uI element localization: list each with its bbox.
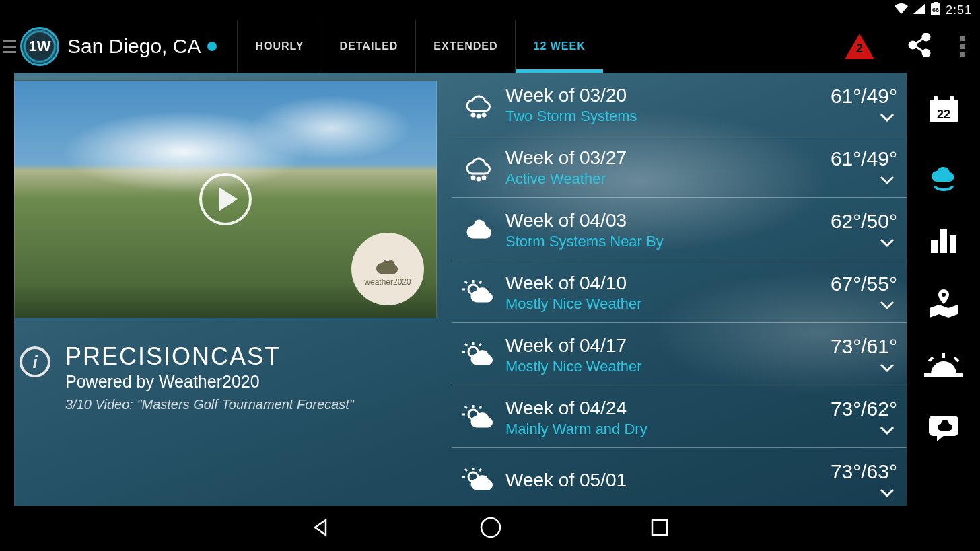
svg-text:22: 22 xyxy=(936,108,950,121)
chevron-down-icon xyxy=(831,113,895,125)
weather-icon xyxy=(452,279,505,307)
forecast-list[interactable]: Week of 03/20Two Storm Systems61°/49°Wee… xyxy=(452,73,907,506)
week-title: Week of 03/20 xyxy=(505,85,831,106)
svg-rect-42 xyxy=(940,229,947,253)
forecast-row[interactable]: Week of 04/10Mostly Nice Weather67°/55° xyxy=(452,260,907,323)
location-indicator-icon xyxy=(207,42,217,51)
forecast-row[interactable]: Week of 05/0173°/63° xyxy=(452,448,907,506)
forecast-row[interactable]: Week of 03/20Two Storm Systems61°/49° xyxy=(452,73,907,135)
svg-line-24 xyxy=(465,344,467,346)
chevron-down-icon xyxy=(831,363,895,375)
android-status-bar: 66 2:51 xyxy=(0,0,980,20)
alerts-button[interactable]: 2 xyxy=(845,34,874,59)
svg-point-3 xyxy=(923,34,930,40)
weather-icon xyxy=(452,216,505,244)
share-button[interactable] xyxy=(908,33,931,60)
info-description: 3/10 Video: "Masters Golf Tournament For… xyxy=(65,397,354,412)
calendar-button[interactable]: 22 xyxy=(927,94,960,128)
tab-12week[interactable]: 12 WEEK xyxy=(515,20,602,73)
svg-rect-38 xyxy=(934,96,938,102)
info-icon[interactable]: i xyxy=(20,346,50,377)
info-subtitle: Powered by Weather2020 xyxy=(65,372,354,392)
globe-weather-button[interactable] xyxy=(928,160,959,195)
tab-detailed[interactable]: DETAILED xyxy=(322,20,416,73)
svg-rect-1 xyxy=(934,2,938,4)
svg-line-29 xyxy=(465,406,467,408)
location-selector[interactable]: San Diego, CA xyxy=(67,35,217,58)
svg-point-11 xyxy=(477,115,480,118)
svg-line-7 xyxy=(915,46,923,52)
week-title: Week of 04/10 xyxy=(505,272,831,294)
forecast-row[interactable]: Week of 03/27Active Weather61°/49° xyxy=(452,135,907,198)
main-content: weather2020 i PRECISIONCAST Powered by W… xyxy=(14,73,907,506)
svg-rect-48 xyxy=(953,357,958,362)
week-subtitle: Two Storm Systems xyxy=(505,108,831,125)
left-column: weather2020 i PRECISIONCAST Powered by W… xyxy=(14,73,438,506)
location-label: San Diego, CA xyxy=(67,35,201,58)
forecast-row[interactable]: Week of 04/17Mostly Nice Weather73°/61° xyxy=(452,323,907,385)
android-nav-bar xyxy=(0,506,980,551)
chevron-down-icon xyxy=(831,238,895,250)
week-temps: 61°/49° xyxy=(831,85,897,108)
svg-point-10 xyxy=(472,114,475,116)
alert-count: 2 xyxy=(855,42,864,56)
week-temps: 61°/49° xyxy=(831,147,897,170)
week-title: Week of 05/01 xyxy=(505,470,831,491)
wifi-icon xyxy=(895,3,908,17)
week-temps: 73°/61° xyxy=(831,335,897,358)
info-title: PRECISIONCAST xyxy=(65,342,354,371)
chevron-down-icon xyxy=(831,426,895,438)
svg-line-30 xyxy=(479,406,481,408)
svg-point-12 xyxy=(483,114,485,116)
svg-rect-41 xyxy=(931,240,938,253)
graphs-button[interactable] xyxy=(930,227,958,256)
tab-extended[interactable]: EXTENDED xyxy=(415,20,515,73)
app-header: 1W San Diego, CA HOURLY DETAILED EXTENDE… xyxy=(0,20,980,73)
week-temps: 73°/62° xyxy=(831,398,897,420)
overflow-menu-button[interactable] xyxy=(960,36,965,57)
weather-icon xyxy=(452,341,505,369)
svg-line-34 xyxy=(465,469,467,471)
svg-rect-51 xyxy=(652,520,667,535)
week-temps: 67°/55° xyxy=(831,272,897,295)
svg-rect-47 xyxy=(928,357,933,362)
svg-rect-9 xyxy=(386,257,389,261)
week-title: Week of 04/17 xyxy=(505,335,831,357)
home-button[interactable] xyxy=(479,516,502,542)
weather-icon xyxy=(452,466,505,494)
back-button[interactable] xyxy=(311,517,331,540)
chevron-down-icon xyxy=(831,176,895,188)
week-subtitle: Mostly Nice Weather xyxy=(505,295,831,313)
week-title: Week of 03/27 xyxy=(505,147,831,169)
week-subtitle: Storm Systems Near By xyxy=(505,233,831,250)
svg-point-50 xyxy=(481,518,500,537)
badge-label: weather2020 xyxy=(364,277,411,287)
week-title: Week of 04/03 xyxy=(505,210,831,231)
comment-button[interactable] xyxy=(928,414,960,445)
weather-icon xyxy=(452,404,505,432)
precisioncast-info: i PRECISIONCAST Powered by Weather2020 3… xyxy=(20,342,438,412)
week-subtitle: Mostly Nice Weather xyxy=(505,358,831,375)
map-button[interactable] xyxy=(927,288,960,320)
forecast-row[interactable]: Week of 04/03Storm Systems Near By62°/50… xyxy=(452,198,907,260)
svg-line-25 xyxy=(479,344,481,346)
app-logo[interactable]: 1W xyxy=(20,27,59,66)
svg-line-19 xyxy=(465,281,467,283)
svg-line-20 xyxy=(479,281,481,283)
week-temps: 62°/50° xyxy=(831,210,897,233)
sunrise-button[interactable] xyxy=(923,353,965,382)
svg-rect-39 xyxy=(950,96,954,102)
signal-icon xyxy=(913,3,925,17)
forecast-row[interactable]: Week of 04/24Mainly Warm and Dry73°/62° xyxy=(452,385,907,448)
weather2020-badge: weather2020 xyxy=(351,233,424,305)
chevron-down-icon xyxy=(831,301,895,313)
svg-point-13 xyxy=(472,176,475,179)
tab-hourly[interactable]: HOURLY xyxy=(237,20,321,73)
week-title: Week of 04/24 xyxy=(505,398,831,419)
svg-text:66: 66 xyxy=(932,7,939,13)
right-rail: 22 xyxy=(907,73,980,506)
hamburger-menu-button[interactable] xyxy=(0,38,19,56)
video-thumbnail[interactable]: weather2020 xyxy=(14,80,437,318)
weather-icon xyxy=(452,91,505,119)
recents-button[interactable] xyxy=(650,518,669,540)
